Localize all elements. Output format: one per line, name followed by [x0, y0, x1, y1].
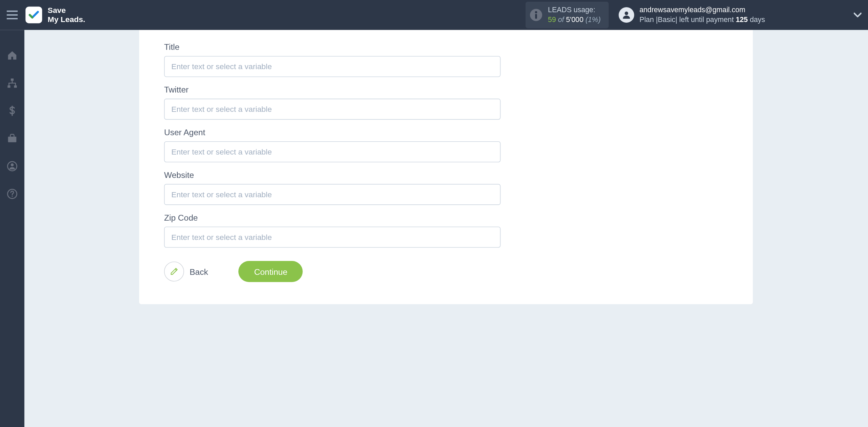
button-row: Back Continue	[164, 261, 728, 282]
logo-icon	[25, 7, 42, 23]
leads-usage-text: LEADS usage: 59 of 5'000 (1%)	[548, 5, 600, 24]
sidebar-item-connections[interactable]	[0, 74, 24, 92]
svg-point-5	[625, 12, 628, 15]
logo[interactable]: Save My Leads.	[25, 6, 85, 24]
chevron-down-icon	[854, 12, 862, 18]
svg-rect-4	[535, 14, 537, 19]
sidebar-item-profile[interactable]	[0, 157, 24, 175]
field-zip-code: Zip Code	[164, 213, 728, 248]
pencil-icon	[164, 262, 184, 282]
website-input[interactable]	[164, 184, 500, 205]
avatar-icon	[618, 7, 634, 23]
hamburger-menu-button[interactable]	[0, 0, 24, 30]
sidebar-item-home[interactable]	[0, 46, 24, 64]
field-label: Zip Code	[164, 213, 728, 222]
svg-point-3	[535, 11, 538, 14]
hamburger-icon	[7, 11, 18, 19]
home-icon	[7, 50, 18, 61]
field-label: Twitter	[164, 85, 728, 94]
back-button[interactable]: Back	[164, 262, 208, 282]
zip-code-input[interactable]	[164, 227, 500, 248]
svg-point-13	[12, 196, 13, 197]
field-user-agent: User Agent	[164, 127, 728, 162]
field-twitter: Twitter	[164, 85, 728, 120]
main-content: Title Twitter User Agent Website Zip Cod	[24, 30, 868, 427]
dollar-icon	[7, 105, 18, 117]
topbar: Save My Leads. LEADS usage: 59 of 5'000 …	[0, 0, 868, 30]
sitemap-icon	[7, 78, 18, 89]
briefcase-icon	[7, 133, 18, 144]
sidebar-item-help[interactable]	[0, 185, 24, 203]
leads-usage-panel[interactable]: LEADS usage: 59 of 5'000 (1%)	[526, 2, 609, 28]
title-input[interactable]	[164, 56, 500, 77]
svg-point-11	[11, 163, 14, 166]
svg-rect-7	[7, 85, 10, 88]
twitter-input[interactable]	[164, 99, 500, 120]
logo-text: Save My Leads.	[48, 6, 85, 24]
svg-rect-8	[14, 85, 17, 88]
field-website: Website	[164, 170, 728, 205]
field-label: Title	[164, 42, 728, 52]
svg-rect-6	[11, 79, 14, 81]
account-chevron[interactable]	[854, 10, 862, 20]
sidebar-item-work[interactable]	[0, 130, 24, 147]
continue-button[interactable]: Continue	[239, 261, 303, 282]
question-icon	[7, 188, 18, 200]
user-icon	[7, 161, 18, 172]
sidebar-item-billing[interactable]	[0, 102, 24, 120]
field-label: Website	[164, 170, 728, 180]
account-text: andrewsavemyleads@gmail.com Plan |Basic|…	[639, 5, 765, 24]
form-card: Title Twitter User Agent Website Zip Cod	[139, 30, 753, 304]
svg-rect-1	[7, 14, 18, 16]
sidebar	[0, 30, 24, 427]
svg-rect-0	[7, 11, 18, 12]
field-title: Title	[164, 42, 728, 77]
svg-rect-2	[7, 18, 18, 19]
user-agent-input[interactable]	[164, 141, 500, 162]
account-menu[interactable]: andrewsavemyleads@gmail.com Plan |Basic|…	[618, 5, 765, 24]
svg-rect-9	[8, 137, 17, 142]
info-icon	[530, 9, 542, 21]
back-label: Back	[190, 267, 208, 276]
field-label: User Agent	[164, 127, 728, 137]
